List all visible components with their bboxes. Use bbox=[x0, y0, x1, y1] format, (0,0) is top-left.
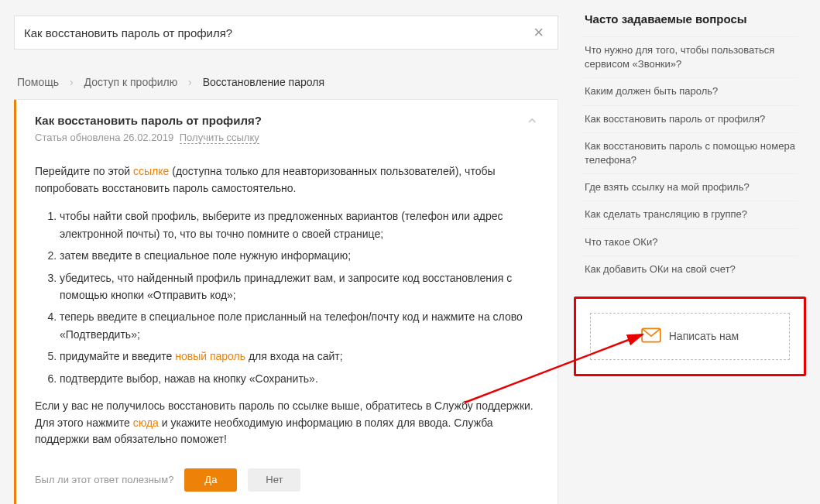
faq-title: Часто задаваемые вопросы bbox=[582, 12, 798, 26]
list-item: убедитесь, что найденный профиль принадл… bbox=[60, 269, 539, 304]
article-card: Как восстановить пароль от профиля? Стат… bbox=[14, 99, 558, 504]
faq-list: Что нужно для того, чтобы пользоваться с… bbox=[582, 36, 798, 283]
search-box[interactable]: × bbox=[14, 15, 558, 50]
list-item: теперь введите в специальное поле присла… bbox=[60, 308, 539, 343]
faq-block: Часто задаваемые вопросы Что нужно для т… bbox=[574, 0, 806, 289]
faq-item[interactable]: Как сделать трансляцию в группе? bbox=[582, 201, 798, 228]
breadcrumb-item[interactable]: Доступ к профилю bbox=[84, 76, 178, 88]
get-link[interactable]: Получить ссылку bbox=[180, 132, 259, 144]
feedback-no-button[interactable]: Нет bbox=[248, 468, 300, 492]
recovery-link[interactable]: ссылке bbox=[133, 165, 169, 177]
faq-item[interactable]: Что нужно для того, чтобы пользоваться с… bbox=[582, 36, 798, 77]
contact-us-button[interactable]: Написать нам bbox=[590, 313, 790, 360]
list-item: чтобы найти свой профиль, выберите из пр… bbox=[60, 207, 539, 242]
breadcrumb-current: Восстановление пароля bbox=[203, 76, 324, 88]
feedback-bar: Был ли этот ответ полезным? Да Нет bbox=[35, 468, 539, 492]
steps-list: чтобы найти свой профиль, выберите из пр… bbox=[35, 207, 539, 387]
faq-item[interactable]: Как восстановить пароль от профиля? bbox=[582, 105, 798, 132]
faq-item[interactable]: Где взять ссылку на мой профиль? bbox=[582, 173, 798, 201]
chevron-right-icon: › bbox=[188, 76, 192, 88]
feedback-yes-button[interactable]: Да bbox=[184, 468, 237, 492]
new-password-link[interactable]: новый пароль bbox=[175, 350, 245, 362]
list-item: придумайте и введите новый пароль для вх… bbox=[60, 348, 539, 365]
faq-item[interactable]: Как восстановить пароль с помощью номера… bbox=[582, 132, 798, 173]
chevron-up-icon[interactable]: ⌃ bbox=[525, 115, 539, 135]
support-link[interactable]: сюда bbox=[133, 417, 159, 429]
article-title: Как восстановить пароль от профиля? bbox=[35, 114, 508, 127]
clear-icon[interactable]: × bbox=[529, 24, 548, 41]
article-body: Перейдите по этой ссылке (доступна тольк… bbox=[35, 163, 539, 492]
contact-highlight: Написать нам bbox=[574, 297, 806, 376]
faq-item[interactable]: Каким должен быть пароль? bbox=[582, 77, 798, 105]
article-meta: Статья обновлена 26.02.2019 Получить ссы… bbox=[35, 132, 508, 143]
mail-icon bbox=[641, 327, 661, 345]
feedback-label: Был ли этот ответ полезным? bbox=[35, 472, 173, 488]
list-item: подтвердите выбор, нажав на кнопку «Сохр… bbox=[60, 370, 539, 387]
list-item: затем введите в специальное поле нужную … bbox=[60, 247, 539, 264]
breadcrumb: Помощь › Доступ к профилю › Восстановлен… bbox=[14, 65, 558, 99]
chevron-right-icon: › bbox=[70, 76, 74, 88]
breadcrumb-item[interactable]: Помощь bbox=[17, 76, 59, 88]
faq-item[interactable]: Что такое ОКи? bbox=[582, 228, 798, 255]
faq-item[interactable]: Как добавить ОКи на свой счет? bbox=[582, 255, 798, 283]
contact-label: Написать нам bbox=[669, 330, 739, 342]
search-input[interactable] bbox=[24, 26, 529, 39]
